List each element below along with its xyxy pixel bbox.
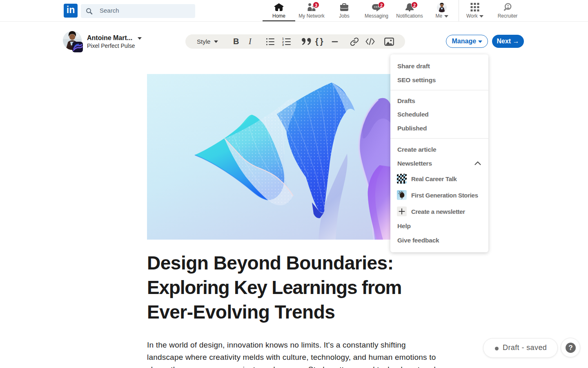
svg-text:2: 2: [282, 40, 284, 43]
svg-text:1: 1: [282, 37, 284, 40]
svg-text:3: 3: [282, 43, 284, 46]
